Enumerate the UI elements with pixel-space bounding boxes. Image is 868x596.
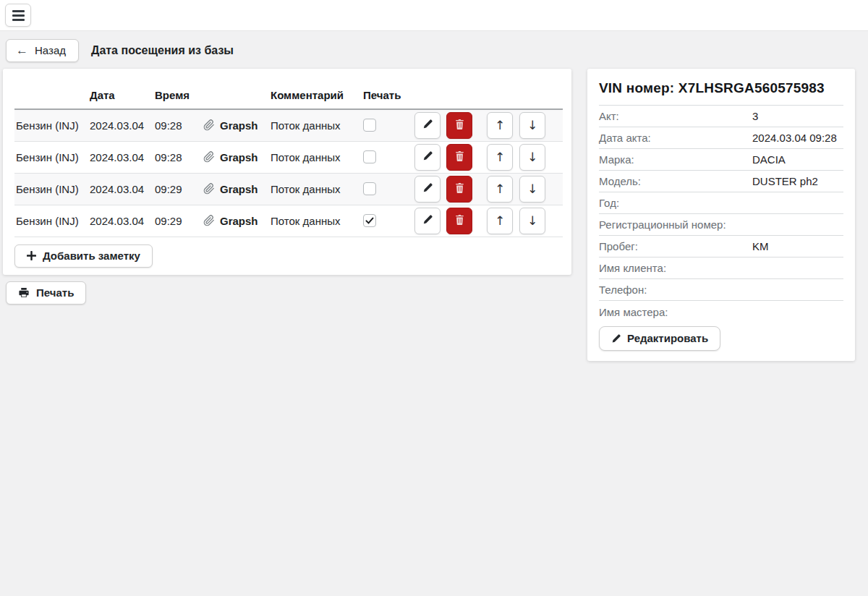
edit-row-button[interactable]: [414, 112, 441, 139]
vin-field-row: Имя клиента:: [599, 257, 843, 279]
vin-field-row: Телефон:: [599, 279, 843, 301]
arrow-down-icon: ↓: [527, 151, 537, 163]
graph-link[interactable]: Grapsh: [203, 215, 266, 227]
print-checkbox[interactable]: [363, 119, 376, 132]
field-label: Пробег:: [599, 240, 752, 252]
row-comment: Поток данных: [269, 109, 362, 141]
table-row: Бензин (INJ) 2024.03.04 09:29 Grapsh Пот…: [14, 205, 563, 237]
move-down-button[interactable]: ↓: [519, 208, 545, 234]
field-label: Телефон:: [599, 284, 752, 296]
row-actions: ↑ ↓: [414, 144, 560, 171]
vin-field-row: Пробег: KM: [599, 236, 843, 257]
col-header-date: Дата: [88, 89, 153, 109]
printer-icon: [18, 287, 30, 298]
row-comment: Поток данных: [269, 173, 362, 205]
field-label: Имя клиента:: [599, 262, 752, 274]
row-time: 09:29: [153, 205, 202, 237]
row-name: Бензин (INJ): [14, 141, 88, 173]
row-time: 09:28: [153, 141, 202, 173]
back-button[interactable]: ← Назад: [6, 39, 79, 62]
main-content: Дата Время Комментарий Печать Бензин (IN…: [0, 69, 868, 361]
field-label: Марка:: [599, 153, 752, 166]
delete-row-button[interactable]: [446, 176, 472, 203]
col-header-comment: Комментарий: [269, 89, 362, 109]
field-label: Дата акта:: [599, 132, 752, 144]
field-value: DACIA: [752, 153, 843, 166]
notes-table: Дата Время Комментарий Печать Бензин (IN…: [14, 89, 563, 237]
vin-field-row: Акт: 3: [599, 106, 843, 127]
graph-label: Grapsh: [220, 183, 258, 195]
edit-row-button[interactable]: [414, 144, 441, 171]
move-up-button[interactable]: ↑: [487, 176, 513, 203]
arrow-up-icon: ↑: [495, 151, 505, 163]
field-label: Имя мастера:: [599, 306, 752, 318]
vin-field-row: Марка: DACIA: [599, 149, 843, 171]
row-name: Бензин (INJ): [14, 205, 88, 237]
trash-icon: [455, 119, 464, 132]
paperclip-icon: [203, 183, 215, 195]
print-checkbox[interactable]: [363, 182, 376, 195]
row-date: 2024.03.04: [88, 173, 153, 205]
row-actions: ↑ ↓: [414, 208, 560, 234]
trash-icon: [455, 215, 464, 227]
back-button-label: Назад: [35, 44, 66, 57]
pencil-icon: [422, 183, 433, 195]
top-bar: [0, 0, 868, 31]
field-value: 2024.03.04 09:28: [752, 132, 843, 144]
delete-row-button[interactable]: [446, 112, 472, 139]
col-header-time: Время: [153, 89, 202, 109]
page-header: ← Назад Дата посещения из базы: [0, 31, 868, 69]
move-down-button[interactable]: ↓: [519, 112, 545, 139]
row-date: 2024.03.04: [88, 109, 153, 141]
arrow-up-icon: ↑: [495, 183, 505, 195]
field-label: Регистрационный номер:: [599, 218, 752, 231]
delete-row-button[interactable]: [446, 208, 472, 234]
vin-field-row: Регистрационный номер:: [599, 214, 843, 236]
move-up-button[interactable]: ↑: [487, 208, 513, 234]
row-comment: Поток данных: [269, 141, 362, 173]
field-value: 3: [752, 110, 843, 122]
vin-field-row: Дата акта: 2024.03.04 09:28: [599, 127, 843, 149]
col-header-graph: [202, 89, 269, 109]
row-time: 09:28: [153, 109, 202, 141]
vin-field-row: Модель: DUSTER ph2: [599, 171, 843, 192]
field-value: KM: [752, 240, 843, 252]
paperclip-icon: [203, 119, 215, 131]
field-label: Модель:: [599, 175, 752, 187]
graph-label: Grapsh: [220, 215, 258, 227]
row-time: 09:29: [153, 173, 202, 205]
add-note-label: Добавить заметку: [43, 250, 140, 263]
graph-link[interactable]: Grapsh: [203, 183, 266, 195]
print-checkbox[interactable]: [363, 214, 376, 227]
print-checkbox[interactable]: [363, 150, 376, 163]
arrow-left-icon: ←: [16, 45, 28, 56]
print-button-label: Печать: [36, 286, 74, 299]
col-header-actions: [413, 89, 563, 109]
move-down-button[interactable]: ↓: [519, 176, 545, 203]
arrow-down-icon: ↓: [527, 215, 537, 227]
col-header-name: [14, 89, 88, 109]
notes-card: Дата Время Комментарий Печать Бензин (IN…: [3, 69, 571, 275]
move-up-button[interactable]: ↑: [487, 144, 513, 171]
row-comment: Поток данных: [269, 205, 362, 237]
graph-link[interactable]: Grapsh: [203, 119, 266, 132]
pencil-icon: [422, 119, 433, 132]
table-header-row: Дата Время Комментарий Печать: [14, 89, 563, 109]
delete-row-button[interactable]: [446, 144, 472, 171]
vin-field-row: Имя мастера:: [599, 301, 843, 323]
edit-row-button[interactable]: [414, 208, 441, 234]
menu-button[interactable]: [5, 4, 31, 27]
print-button[interactable]: Печать: [6, 281, 86, 305]
move-up-button[interactable]: ↑: [487, 112, 513, 139]
graph-link[interactable]: Grapsh: [203, 151, 266, 163]
row-date: 2024.03.04: [88, 205, 153, 237]
edit-row-button[interactable]: [414, 176, 441, 203]
pencil-icon: [611, 334, 621, 344]
arrow-down-icon: ↓: [527, 119, 537, 132]
page-title: Дата посещения из базы: [91, 44, 234, 57]
add-note-button[interactable]: Добавить заметку: [14, 244, 153, 268]
move-down-button[interactable]: ↓: [519, 144, 545, 171]
edit-vin-button[interactable]: Редактировать: [599, 326, 720, 351]
pencil-icon: [422, 151, 433, 163]
plus-icon: [27, 251, 36, 260]
